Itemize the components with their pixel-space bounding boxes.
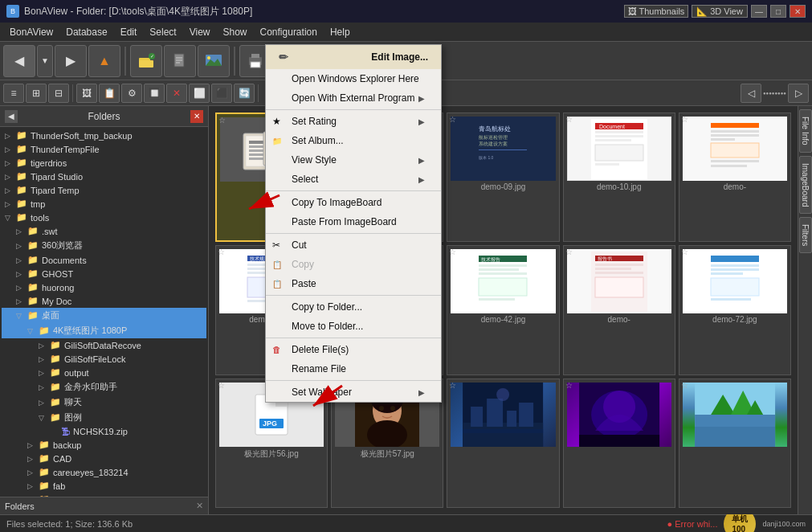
forward-button[interactable]: ▶ — [55, 45, 87, 77]
close-button[interactable]: ✕ — [790, 5, 806, 18]
3d-view-toggle[interactable]: 📐 3D View — [692, 5, 748, 18]
up-button[interactable]: ▲ — [88, 45, 120, 77]
menu-select[interactable]: Select — [143, 25, 182, 39]
cm-set-wallpaper[interactable]: Set Wallpaper ▶ — [266, 383, 441, 402]
back-button[interactable]: ◀ — [3, 45, 35, 77]
collapse-panel-btn[interactable]: ◀ — [5, 110, 18, 123]
tree-item-care[interactable]: ▷ 📁 careueyes_183214 — [2, 465, 206, 479]
tree-item[interactable]: ▷ 📁 聊天 — [2, 395, 206, 410]
tree-item[interactable]: ▷ 📁 ThunderTempFile — [2, 142, 206, 156]
folder-tree[interactable]: ▷ 📁 ThunderSoft_tmp_backup ▷ 📁 ThunderTe… — [0, 127, 208, 497]
cm-paste[interactable]: 📋 Paste — [266, 274, 441, 293]
tree-item[interactable]: ▷ 📁 Tipard Studio — [2, 170, 206, 183]
thumb-item-5[interactable]: ☆ demo- — [679, 113, 791, 242]
thumb-item-14[interactable]: ☆ — [563, 379, 675, 508]
stb-refresh-btn[interactable]: 🔄 — [234, 84, 255, 103]
thumb-item-9[interactable]: ☆ 报告书 demo- — [563, 245, 675, 374]
cm-open-explorer[interactable]: Open Windows Explorer Here — [266, 69, 441, 88]
edit-button[interactable] — [164, 45, 196, 77]
svg-rect-104 — [471, 407, 483, 427]
tree-item-fab[interactable]: ▷ 📁 fab — [2, 479, 206, 493]
thumb-pin-9: ☆ — [565, 248, 573, 256]
svg-rect-41 — [595, 135, 643, 137]
stb-dark-btn[interactable]: ⬛ — [211, 84, 232, 103]
tree-item-cad[interactable]: ▷ 📁 CAD — [2, 452, 206, 465]
cm-delete[interactable]: 🗑 Delete File(s) — [266, 340, 441, 359]
menu-show[interactable]: Show — [216, 25, 253, 39]
cm-set-album[interactable]: 📁 Set Album... — [266, 131, 441, 150]
cm-rename[interactable]: Rename File — [266, 359, 441, 379]
view-grid-btn[interactable]: ⊞ — [26, 84, 47, 103]
stb-settings-btn[interactable]: ⚙ — [121, 84, 142, 103]
file-info-tab[interactable]: File Info — [799, 109, 812, 153]
thumb-item-8[interactable]: ☆ 技术报告 demo-42.jpg — [447, 245, 559, 374]
menu-view[interactable]: View — [183, 25, 217, 39]
thumb-item-3[interactable]: ☆ 青岛航标处 航标巡检管理 系统建设方案 版本 1.0 demo-09.jpg — [447, 113, 559, 242]
tree-item[interactable]: ▷ 📁 output — [2, 366, 206, 379]
cm-copy-imageboard[interactable]: Copy To ImageBoard — [266, 193, 441, 212]
stb-zoom-out[interactable]: ◁ — [741, 84, 761, 103]
stb-white-btn[interactable]: ⬜ — [189, 84, 210, 103]
stb-folder-btn[interactable]: 📋 — [99, 84, 120, 103]
tree-item-tulii[interactable]: ▽ 📁 图例 — [2, 410, 206, 425]
forward-dropdown[interactable]: ▼ — [37, 45, 53, 77]
svg-rect-83 — [595, 277, 643, 297]
cm-open-explorer-label: Open Windows Explorer Here — [292, 73, 419, 84]
svg-rect-76 — [479, 298, 515, 301]
tree-item[interactable]: ▷ 📁 GHOST — [2, 267, 206, 280]
tree-item-backup[interactable]: ▷ 📁 backup — [2, 438, 206, 452]
close-folders-tab[interactable]: ✕ — [196, 501, 203, 511]
view-details-btn[interactable]: ≡ — [3, 84, 24, 103]
stb-collapse-right[interactable]: ▷ — [788, 84, 809, 103]
cm-move-folder[interactable]: Move to Folder... — [266, 317, 441, 336]
tree-item[interactable]: ▷ 📁 GiliSoftDataRecove — [2, 338, 206, 352]
browse-button[interactable]: ✓ — [130, 45, 162, 77]
filters-tab[interactable]: Filters — [799, 217, 812, 253]
stb-delete-btn[interactable]: ✕ — [166, 84, 187, 103]
tree-item[interactable]: ▷ 📁 ThunderSoft_tmp_backup — [2, 129, 206, 142]
cm-set-rating[interactable]: ★ Set Rating ▶ — [266, 112, 441, 131]
tree-item[interactable]: ▷ 📁 huorong — [2, 280, 206, 294]
stb-select-btn[interactable]: 🔲 — [144, 84, 165, 103]
close-panel-btn[interactable]: ✕ — [190, 110, 203, 123]
cm-select-label: Select — [292, 174, 318, 185]
cm-paste-imageboard[interactable]: Paste From ImageBoard — [266, 212, 441, 231]
cm-copy-folder[interactable]: Copy to Folder... — [266, 297, 441, 317]
tree-item[interactable]: ▷ 📁 tmp — [2, 197, 206, 211]
tree-item[interactable]: ▷ 📁 360浏览器 — [2, 238, 206, 253]
tree-item[interactable]: ▷ 📁 .swt — [2, 224, 206, 238]
view-list-btn[interactable]: ⊟ — [48, 84, 69, 103]
svg-rect-43 — [595, 145, 643, 161]
menu-database[interactable]: Database — [59, 25, 113, 39]
thumb-item-15[interactable]: ☆ — [679, 379, 791, 508]
cm-cut[interactable]: ✂ Cut — [266, 235, 441, 255]
tree-item[interactable]: ▷ 📁 tigerdrios — [2, 156, 206, 170]
tree-item[interactable]: ▷ 📁 Tipard Temp — [2, 183, 206, 197]
tree-item[interactable]: ▽ 📁 tools — [2, 211, 206, 224]
tree-item-desktop[interactable]: ▽ 📁 桌面 — [2, 308, 206, 323]
stb-image-btn[interactable]: 🖼 — [76, 84, 97, 103]
cm-select[interactable]: Select ▶ — [266, 170, 441, 189]
cm-open-external[interactable]: Open With External Program ▶ — [266, 88, 441, 108]
landscape-button[interactable] — [198, 45, 230, 77]
tree-item-zip[interactable]: 🗜 NCHSK19.zip — [2, 425, 206, 438]
thumb-item-13[interactable]: ☆ — [447, 379, 559, 508]
tree-item[interactable]: ▷ 📁 金舟水印助手 — [2, 379, 206, 395]
menu-configuration[interactable]: Configuration — [254, 25, 324, 39]
cm-edit-image[interactable]: ✏ Edit Image... — [266, 45, 441, 69]
thumb-item-4[interactable]: ☆ Document demo-10.jpg — [563, 113, 675, 242]
tree-item[interactable]: ▷ 📁 GiliSoftFileLock — [2, 352, 206, 366]
thumb-item-10[interactable]: ☆ demo-72.jpg — [679, 245, 791, 374]
menu-help[interactable]: Help — [324, 25, 357, 39]
minimize-button[interactable]: — — [751, 5, 767, 18]
tree-item-4k[interactable]: ▽ 📁 4K壁纸图片 1080P — [2, 323, 206, 338]
menu-bonaview[interactable]: BonAView — [3, 25, 59, 39]
tree-item[interactable]: ▷ 📁 Documents — [2, 253, 206, 267]
folders-tab[interactable]: Folders — [5, 501, 35, 511]
maximize-button[interactable]: □ — [770, 5, 786, 18]
tree-item[interactable]: ▷ 📁 My Doc — [2, 294, 206, 308]
cm-view-style[interactable]: View Style ▶ — [266, 150, 441, 170]
menu-edit[interactable]: Edit — [114, 25, 144, 39]
imageboard-tab[interactable]: ImageBoard — [799, 156, 812, 214]
thumbnail-toggle[interactable]: 🖼 Thumbnails — [624, 5, 688, 18]
